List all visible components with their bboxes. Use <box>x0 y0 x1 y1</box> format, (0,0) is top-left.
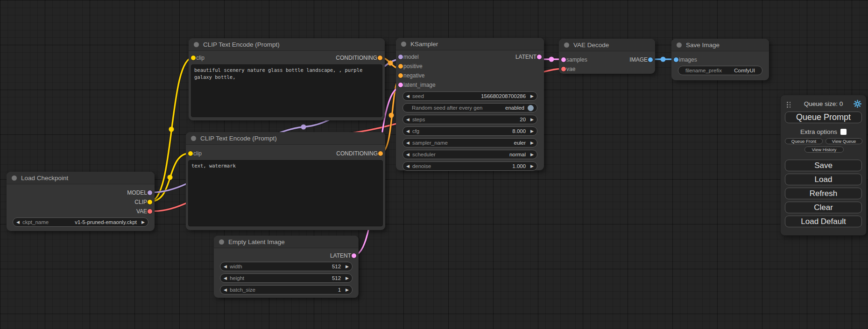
batch-size-widget[interactable]: ◀ batch_size 1 ▶ <box>220 285 353 294</box>
conditioning-output-port[interactable] <box>378 56 382 60</box>
clear-button[interactable]: Clear <box>785 202 862 213</box>
prompt-textarea[interactable]: text, watermark <box>188 160 383 226</box>
decrement-arrow-icon[interactable]: ◀ <box>224 276 227 280</box>
node-title-bar[interactable]: VAE Decode <box>559 39 655 51</box>
scheduler-widget[interactable]: ◀ scheduler normal ▶ <box>402 150 537 159</box>
output-row-latent: LATENT <box>214 251 359 260</box>
increment-arrow-icon[interactable]: ▶ <box>530 118 534 122</box>
toggle-enabled-icon[interactable] <box>528 105 534 111</box>
negative-input-port[interactable] <box>398 73 403 78</box>
output-row-vae: VAE <box>7 207 155 216</box>
port-row: images <box>671 55 769 64</box>
node-clip-text-encode-negative[interactable]: CLIP Text Encode (Prompt) clip CONDITION… <box>186 132 385 230</box>
conditioning-output-port[interactable] <box>378 151 383 156</box>
port-row: vae <box>559 64 655 74</box>
vae-input-port[interactable] <box>561 67 566 71</box>
node-empty-latent-image[interactable]: Empty Latent Image LATENT ◀ width 512 ▶ … <box>214 236 359 298</box>
clip-output-port[interactable] <box>148 200 152 204</box>
node-clip-text-encode-positive[interactable]: CLIP Text Encode (Prompt) clip CONDITION… <box>189 38 385 120</box>
extra-options-checkbox[interactable] <box>840 129 847 135</box>
images-input-port[interactable] <box>674 57 678 62</box>
width-widget[interactable]: ◀ width 512 ▶ <box>220 262 353 271</box>
node-title-bar[interactable]: Empty Latent Image <box>214 236 359 248</box>
random-seed-toggle-widget[interactable]: Random seed after every gen enabled <box>402 103 537 112</box>
node-vae-decode[interactable]: VAE Decode samples IMAGE vae <box>559 39 655 74</box>
refresh-button[interactable]: Refresh <box>785 188 862 199</box>
decrement-arrow-icon[interactable]: ◀ <box>224 288 227 292</box>
load-default-button[interactable]: Load Default <box>785 216 862 227</box>
vae-output-port[interactable] <box>148 209 152 214</box>
collapse-dot-icon[interactable] <box>564 42 569 48</box>
node-title-bar[interactable]: Load Checkpoint <box>7 172 155 184</box>
seed-widget[interactable]: ◀ seed 156680208700286 ▶ <box>402 91 537 101</box>
save-button[interactable]: Save <box>785 160 862 171</box>
height-widget[interactable]: ◀ height 512 ▶ <box>220 273 353 283</box>
positive-input-port[interactable] <box>398 64 403 69</box>
node-ksampler[interactable]: KSampler model LATENT positive negative … <box>396 38 544 170</box>
node-title: Empty Latent Image <box>228 238 285 245</box>
model-input-port[interactable] <box>398 55 403 59</box>
collapse-dot-icon[interactable] <box>191 136 196 141</box>
extra-options-label: Extra options <box>800 128 837 135</box>
increment-arrow-icon[interactable]: ▶ <box>530 153 534 157</box>
collapse-dot-icon[interactable] <box>12 175 17 181</box>
port-row: positive <box>396 62 544 71</box>
port-row: clip CONDITIONING <box>189 53 385 63</box>
node-title-bar[interactable]: KSampler <box>396 38 544 50</box>
node-title: VAE Decode <box>573 42 609 49</box>
node-title: Save Image <box>686 42 720 49</box>
clip-input-port[interactable] <box>191 56 196 60</box>
decrement-arrow-icon[interactable]: ◀ <box>16 220 20 224</box>
collapse-dot-icon[interactable] <box>401 42 406 47</box>
denoise-widget[interactable]: ◀ denoise 1.000 ▶ <box>402 161 537 171</box>
node-title-bar[interactable]: CLIP Text Encode (Prompt) <box>189 38 385 51</box>
decrement-arrow-icon[interactable]: ◀ <box>406 164 409 168</box>
decrement-arrow-icon[interactable]: ◀ <box>406 118 409 122</box>
latent-image-input-port[interactable] <box>398 83 403 87</box>
cfg-widget[interactable]: ◀ cfg 8.000 ▶ <box>402 126 537 136</box>
queue-front-button[interactable]: Queue Front <box>785 138 823 144</box>
image-output-port[interactable] <box>648 57 653 62</box>
model-output-port[interactable] <box>148 190 152 195</box>
increment-arrow-icon[interactable]: ▶ <box>530 141 534 145</box>
output-row-clip: CLIP <box>7 197 155 207</box>
latent-output-port[interactable] <box>537 55 542 59</box>
ckpt-name-widget[interactable]: ◀ ckpt_name v1-5-pruned-emaonly.ckpt ▶ <box>13 217 148 227</box>
node-title: KSampler <box>410 41 438 48</box>
settings-gear-icon[interactable] <box>854 100 861 110</box>
increment-arrow-icon[interactable]: ▶ <box>346 288 349 292</box>
collapse-dot-icon[interactable] <box>219 239 224 245</box>
wire-checkpoint-clip-to-negative-prompt <box>150 153 191 202</box>
node-save-image[interactable]: Save Image images filename_prefix ComfyU… <box>671 39 769 80</box>
view-queue-button[interactable]: View Queue <box>826 138 862 144</box>
increment-arrow-icon[interactable]: ▶ <box>530 164 534 168</box>
port-row: negative <box>396 71 544 80</box>
decrement-arrow-icon[interactable]: ◀ <box>406 129 409 133</box>
increment-arrow-icon[interactable]: ▶ <box>141 220 145 224</box>
decrement-arrow-icon[interactable]: ◀ <box>406 153 409 157</box>
collapse-dot-icon[interactable] <box>677 42 682 48</box>
port-row: model LATENT <box>396 52 544 62</box>
sampler-name-widget[interactable]: ◀ sampler_name euler ▶ <box>402 138 537 147</box>
increment-arrow-icon[interactable]: ▶ <box>346 265 349 269</box>
queue-prompt-button[interactable]: Queue Prompt <box>785 112 862 123</box>
collapse-dot-icon[interactable] <box>194 42 199 47</box>
decrement-arrow-icon[interactable]: ◀ <box>406 94 409 98</box>
view-history-button[interactable]: View History <box>804 147 844 153</box>
decrement-arrow-icon[interactable]: ◀ <box>224 265 227 269</box>
latent-output-port[interactable] <box>352 253 356 258</box>
filename-prefix-widget[interactable]: filename_prefix ComfyUI <box>678 66 762 75</box>
node-load-checkpoint[interactable]: Load Checkpoint MODEL CLIP VAE ◀ ckpt_na… <box>7 172 155 231</box>
load-button[interactable]: Load <box>785 174 862 185</box>
decrement-arrow-icon[interactable]: ◀ <box>406 141 409 145</box>
steps-widget[interactable]: ◀ steps 20 ▶ <box>402 115 537 124</box>
node-title-bar[interactable]: CLIP Text Encode (Prompt) <box>186 132 385 145</box>
increment-arrow-icon[interactable]: ▶ <box>346 276 349 280</box>
increment-arrow-icon[interactable]: ▶ <box>530 129 534 133</box>
samples-input-port[interactable] <box>561 57 566 62</box>
increment-arrow-icon[interactable]: ▶ <box>530 94 534 98</box>
clip-input-port[interactable] <box>188 151 193 156</box>
output-row-model: MODEL <box>7 188 155 197</box>
node-title-bar[interactable]: Save Image <box>671 39 769 51</box>
prompt-textarea[interactable]: beautiful scenery nature glass bottle la… <box>191 64 382 117</box>
